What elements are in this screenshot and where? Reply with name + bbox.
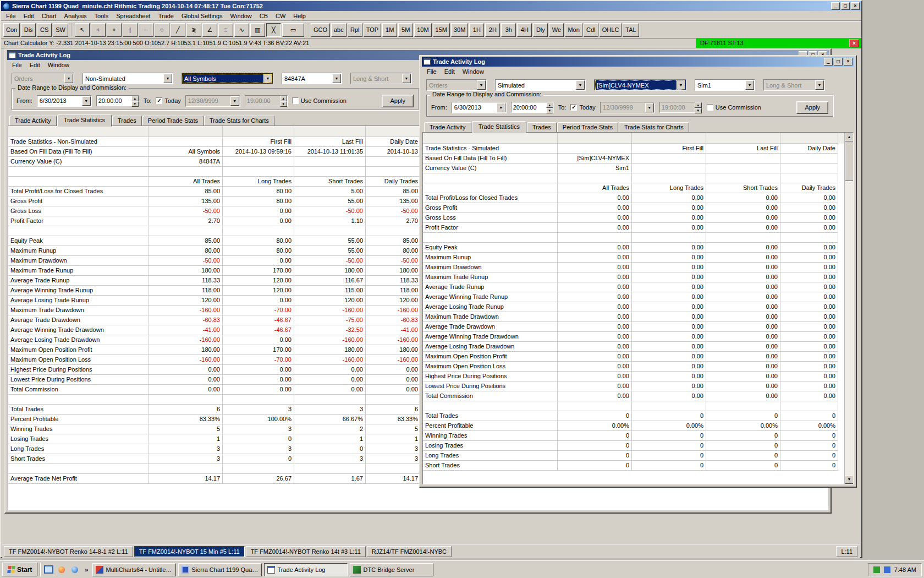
ellipse-tool-icon[interactable]: ○: [155, 23, 169, 37]
from-date-combo[interactable]: 6/30/2013 ▼: [37, 95, 92, 107]
close-button[interactable]: ×: [851, 2, 860, 10]
maximize-button[interactable]: □: [841, 2, 850, 10]
toolbar-button[interactable]: Con: [3, 23, 20, 37]
taskbar-task-sierra-chart[interactable]: Sierra Chart 1199 Quad_...: [178, 563, 262, 576]
horizontal-line-tool-icon[interactable]: ─: [139, 23, 153, 37]
to-date-combo[interactable]: 12/30/9999 ▼: [185, 95, 240, 107]
chart-tab[interactable]: TF FMZ0014!-NYBOT 15 Min #5 L:11: [134, 546, 245, 557]
from-date-combo[interactable]: 6/30/2013 ▼: [452, 102, 507, 113]
account-combo[interactable]: Sim1 ▼: [695, 79, 755, 91]
menu-item[interactable]: Trade: [155, 12, 178, 20]
toolbar-button[interactable]: CS: [37, 23, 52, 37]
menu-item[interactable]: Edit: [20, 12, 38, 20]
to-date-combo[interactable]: 12/30/9999 ▼: [600, 102, 655, 113]
start-button[interactable]: Start: [2, 563, 37, 576]
text-box-tool-icon[interactable]: ▭: [282, 23, 304, 37]
menu-item[interactable]: Window: [44, 61, 73, 69]
toolbar-button[interactable]: 3h: [501, 23, 516, 37]
toolbar-button[interactable]: 5M: [398, 23, 413, 37]
menu-item[interactable]: CB: [256, 12, 272, 20]
orders-combo[interactable]: Orders ▼: [12, 73, 74, 84]
toolbar-button[interactable]: TAL: [623, 23, 639, 37]
menu-item[interactable]: Global Settings: [178, 12, 227, 20]
browser-icon[interactable]: [56, 564, 67, 575]
minimize-button[interactable]: _: [831, 2, 840, 10]
tab[interactable]: Trade Stats for Charts: [619, 122, 689, 133]
spin-up-icon[interactable]: ▲: [131, 96, 139, 101]
minimize-button[interactable]: _: [824, 58, 833, 66]
direction-combo[interactable]: Long & Short ▼: [763, 79, 825, 91]
menu-item[interactable]: File: [423, 67, 441, 76]
close-button[interactable]: ×: [844, 58, 853, 66]
menu-item[interactable]: Edit: [441, 67, 459, 76]
parallel-lines-tool-icon[interactable]: ≷: [186, 23, 201, 37]
chart-tab[interactable]: L:11: [836, 546, 857, 557]
use-commission-checkbox[interactable]: Use Commission: [292, 97, 346, 104]
trendline-tool-icon[interactable]: ╱: [170, 23, 185, 37]
tray-network-icon[interactable]: [884, 566, 890, 573]
to-time-field[interactable]: 19:00:00 ▲ ▼: [245, 95, 288, 106]
spin-down-icon[interactable]: ▼: [131, 101, 139, 107]
menu-item[interactable]: Help: [289, 12, 310, 20]
taskbar-task-multicharts[interactable]: MultiCharts64 - Untitled ...: [92, 563, 176, 576]
tab[interactable]: Trades: [527, 122, 557, 133]
marker-tool-icon[interactable]: ⌖: [107, 23, 122, 37]
account-combo[interactable]: 84847A ▼: [282, 73, 342, 84]
toolbar-button[interactable]: Dly: [533, 23, 548, 37]
taskbar-task-dtc-bridge-server[interactable]: DTC Bridge Server: [350, 563, 433, 576]
measure-tool-icon[interactable]: ╳: [266, 23, 281, 37]
symbol-combo[interactable]: All Symbols ▼: [182, 73, 273, 84]
retracement-tool-icon[interactable]: ≡: [218, 23, 233, 37]
menu-item[interactable]: Analysis: [61, 12, 91, 20]
simulation-mode-combo[interactable]: Simulated ▼: [495, 79, 586, 91]
symbol-combo[interactable]: [Sim]CLV4-NYMEX ▼: [594, 79, 686, 91]
menu-item[interactable]: Tools: [91, 12, 113, 20]
chart-tab[interactable]: TF FMZ0014!-NYBOT Renko 14-8-1 #2 L:11: [4, 546, 133, 557]
toolbar-button[interactable]: Cdl: [584, 23, 598, 37]
toolbar-button[interactable]: TOP: [364, 23, 381, 37]
show-desktop-icon[interactable]: [43, 564, 54, 575]
toolbar-button[interactable]: OHLC: [600, 23, 622, 37]
vertical-line-tool-icon[interactable]: |: [123, 23, 138, 37]
toolbar-button[interactable]: SW: [53, 23, 68, 37]
pointer-tool-icon[interactable]: ↖: [75, 23, 90, 37]
toolbar-button[interactable]: Rpl: [348, 23, 362, 37]
spin-up-icon[interactable]: ▲: [546, 102, 553, 108]
simulation-mode-combo[interactable]: Non-Simulated ▼: [82, 73, 173, 84]
today-checkbox[interactable]: ✓ Today: [570, 104, 595, 111]
vertical-scrollbar[interactable]: ▲ ▼: [844, 133, 853, 484]
spin-up-icon[interactable]: ▲: [695, 102, 702, 108]
toolbar-button[interactable]: 1M: [382, 23, 397, 37]
toolbar-button[interactable]: We: [549, 23, 564, 37]
main-titlebar[interactable]: Sierra Chart 1199 Quad_minute.cht Rithmi…: [1, 1, 861, 11]
window-titlebar[interactable]: Trade Activity Log _ □ ×: [422, 57, 854, 67]
taskbar-task-trade-activity-log[interactable]: Trade Activity Log: [264, 563, 348, 576]
spin-down-icon[interactable]: ▼: [280, 101, 287, 107]
crosshair-tool-icon[interactable]: +: [91, 23, 106, 37]
scroll-down-icon[interactable]: ▼: [845, 475, 854, 484]
tab[interactable]: Trade Stats for Charts: [204, 116, 274, 126]
to-time-field[interactable]: 19:00:00 ▲ ▼: [659, 102, 702, 113]
menu-item[interactable]: File: [2, 12, 20, 20]
tab[interactable]: Trade Activity: [9, 116, 57, 126]
menu-item[interactable]: Spreadsheet: [112, 12, 154, 20]
spin-up-icon[interactable]: ▲: [280, 96, 287, 101]
maximize-button[interactable]: □: [834, 58, 843, 66]
tab[interactable]: Period Trade Stats: [142, 116, 204, 126]
menu-item[interactable]: Window: [227, 12, 256, 20]
toolbar-button[interactable]: 15M: [433, 23, 450, 37]
toolbar-button[interactable]: Mon: [565, 23, 582, 37]
toolbar-button[interactable]: 1H: [469, 23, 484, 37]
toolbar-button[interactable]: 4H: [517, 23, 532, 37]
menu-item[interactable]: File: [8, 61, 26, 69]
scrollbar-thumb[interactable]: [845, 141, 854, 181]
toolbar-overflow-chevron-icon[interactable]: »: [82, 566, 90, 573]
toolbar-button[interactable]: 2H: [485, 23, 500, 37]
toolbar-button[interactable]: 10M: [414, 23, 431, 37]
menu-item[interactable]: Window: [459, 67, 488, 76]
apply-button[interactable]: Apply: [382, 95, 414, 107]
internet-icon[interactable]: [69, 564, 80, 575]
tab[interactable]: Period Trade Stats: [557, 122, 618, 133]
menu-item[interactable]: CW: [272, 12, 289, 20]
chart-tab[interactable]: RJZ14/TF FMZ0014!-NYBC: [367, 546, 452, 557]
